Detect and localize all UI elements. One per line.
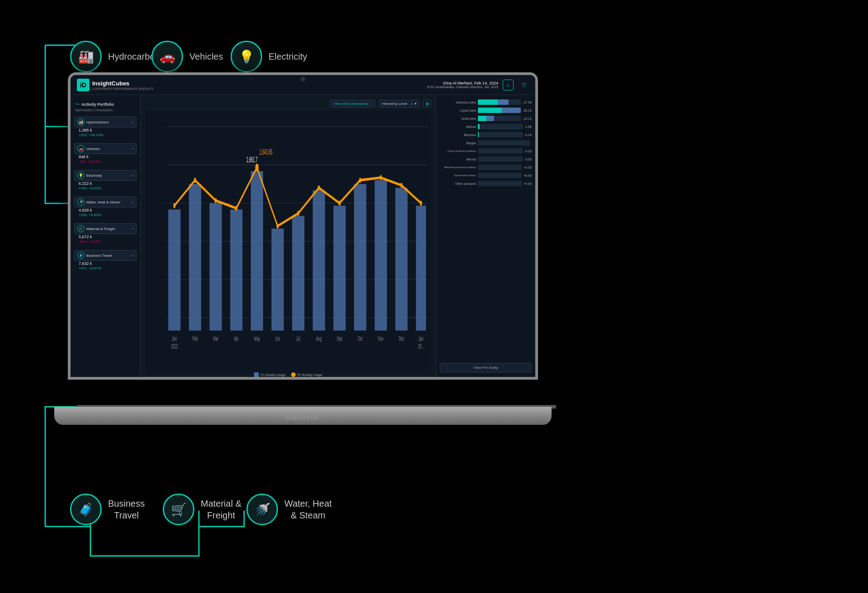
logo-name: InsightCubes xyxy=(92,80,129,87)
legend-py: PY Activity Usage xyxy=(291,372,322,377)
vehicles-btn[interactable]: 🚗 Vehicles › xyxy=(74,143,137,154)
sidebar-item-water[interactable]: 🚿 Water, Heat & Steam › 4,828 k +285, +5… xyxy=(71,194,140,221)
bar-row-fluorinated: Fluorinated ethers +0.00 xyxy=(440,173,532,178)
logo-area: iD InsightCubes CORPORATE PERFORMANCE IN… xyxy=(77,79,153,91)
svg-point-29 xyxy=(277,224,279,229)
laptop-screen: iD InsightCubes CORPORATE PERFORMANCE IN… xyxy=(68,72,538,380)
main-chart-area: View GHG Emissions › Hierarchy Level 3 ▾… xyxy=(141,95,436,377)
bar-row-liquid: Liquid fuels -38.23 xyxy=(440,108,532,113)
gaseous-value: -17.99 xyxy=(523,101,532,104)
biomass-value: -0.24 xyxy=(524,133,532,136)
svg-point-36 xyxy=(420,201,422,206)
legend-cy: CY Activity Usage xyxy=(254,372,286,377)
svg-text:Aug: Aug xyxy=(316,334,321,343)
laptop-base: MacBook xyxy=(54,407,552,425)
svg-text:20...: 20... xyxy=(418,342,424,350)
right-panel: Gaseous fuels -17.99 Liquid fuels xyxy=(436,95,535,377)
svg-point-30 xyxy=(297,211,299,216)
kyoto-label: Kyoto protocol products xyxy=(440,150,476,152)
water-value: 4,828 k xyxy=(74,207,137,213)
electricity-icon: 💡 xyxy=(231,41,262,72)
other-track xyxy=(478,181,522,186)
svg-rect-16 xyxy=(271,229,283,331)
svg-point-35 xyxy=(401,183,403,188)
water-heat-bubble: 🚿 Water, Heat& Steam xyxy=(246,494,332,525)
view-entity-button[interactable]: View Per Entity xyxy=(440,363,532,372)
bar-row-solid: Solid fuels -13.12 xyxy=(440,116,532,121)
filter-icon[interactable]: ▽ xyxy=(518,80,529,90)
svg-point-32 xyxy=(339,201,341,206)
sidebar-header: 〜 Activity Portfolio xyxy=(71,99,140,108)
svg-rect-23 xyxy=(416,206,426,330)
bar-row-blends: Blends -0.00 xyxy=(440,156,532,162)
svg-text:May: May xyxy=(254,334,260,343)
logo-subtitle: CORPORATE PERFORMANCE INSIGHTS xyxy=(92,87,153,90)
logo-text-area: InsightCubes CORPORATE PERFORMANCE INSIG… xyxy=(92,79,153,90)
electricity-change: +193, +9.21% xyxy=(74,186,137,192)
electricity-btn[interactable]: 💡 Electricity › xyxy=(74,170,137,181)
logo-icon: iD xyxy=(77,79,90,91)
bar-row-biomass: Biomass -0.24 xyxy=(440,132,532,137)
sidebar-subtitle: Hydrocarbon Consumption xyxy=(71,108,140,114)
business-travel-bubble: 🧳 BusinessTravel xyxy=(70,494,145,525)
sidebar-item-electricity[interactable]: 💡 Electricity › 6,222 k +193, +9.21% xyxy=(71,168,140,194)
gaseous-track xyxy=(478,99,521,105)
business-sidebar-icon: 🧳 xyxy=(77,252,85,259)
svg-text:Oct: Oct xyxy=(358,334,363,343)
biomass-track xyxy=(478,132,523,137)
svg-text:1,661.7: 1,661.7 xyxy=(246,155,258,164)
content-area: 〜 Activity Portfolio Hydrocarbon Consump… xyxy=(71,95,535,377)
svg-point-27 xyxy=(235,206,237,211)
home-button[interactable]: ⌂ xyxy=(503,80,514,90)
svg-point-24 xyxy=(173,203,175,208)
water-change: +285, +5.82% xyxy=(74,213,137,219)
kyoto-value: -0.00 xyxy=(524,150,532,153)
svg-text:2022: 2022 xyxy=(171,342,178,350)
svg-text:Nov: Nov xyxy=(378,334,383,343)
top-bar-right: Dina Al Merhani, Feb 14, 2024 ICSX Susta… xyxy=(427,80,529,90)
svg-rect-20 xyxy=(354,184,366,330)
hierarchy-select[interactable]: Hierarchy Level 3 ▾ xyxy=(379,100,420,108)
water-heat-icon: 🚿 xyxy=(246,494,278,525)
svg-rect-11 xyxy=(168,210,180,331)
grid-view-icon[interactable]: ⊞ xyxy=(423,99,431,108)
solid-track xyxy=(478,116,521,121)
dashboard: iD InsightCubes CORPORATE PERFORMANCE IN… xyxy=(71,75,535,377)
sidebar-item-material[interactable]: 🛒 Material & Freight › 5,672 k -84.5, -1… xyxy=(71,221,140,248)
view-ghg-button[interactable]: View GHG Emissions › xyxy=(330,100,375,108)
vehicles-label: Vehicles xyxy=(189,52,223,62)
material-sidebar-icon: 🛒 xyxy=(77,225,85,232)
hydrocarbons-btn[interactable]: 🏭 Hydrocarbons › xyxy=(74,117,137,127)
vehicles-change: -101, +13.6% xyxy=(74,160,137,165)
sidebar-item-business[interactable]: 🧳 Business Travel › 7,632 k +471, +6.57% xyxy=(71,248,140,274)
water-sidebar-icon: 🚿 xyxy=(77,198,85,206)
vehicles-value: 848 k xyxy=(74,154,137,160)
svg-rect-12 xyxy=(189,184,201,330)
svg-rect-18 xyxy=(313,190,325,330)
bar-row-montreal: Montreal protocol products +0.00 xyxy=(440,165,532,170)
sidebar-item-hydrocarbons[interactable]: 🏭 Hydrocarbons › 1,385 k +212, +18.13% xyxy=(71,114,140,141)
other-label: Other products xyxy=(440,182,476,185)
svg-rect-14 xyxy=(230,210,242,331)
svg-text:Mar: Mar xyxy=(213,334,218,343)
water-heat-label: Water, Heat& Steam xyxy=(284,498,332,521)
svg-text:1,643.85: 1,643.85 xyxy=(259,148,273,156)
svg-point-26 xyxy=(215,198,217,203)
bar-row-biogas: Biogas xyxy=(440,140,532,146)
kyoto-track xyxy=(478,148,523,154)
liquid-label: Liquid fuels xyxy=(440,109,476,112)
business-btn[interactable]: 🧳 Business Travel › xyxy=(74,250,137,261)
bar-row-kyoto: Kyoto protocol products -0.00 xyxy=(440,148,532,154)
electricity-sidebar-icon: 💡 xyxy=(77,172,85,179)
material-change: -84.5, -1.47% xyxy=(74,240,137,245)
svg-rect-22 xyxy=(395,188,407,331)
bar-row-biofuel: Biofuel -1.58 xyxy=(440,124,532,129)
biofuel-label: Biofuel xyxy=(440,125,476,128)
water-btn[interactable]: 🚿 Water, Heat & Steam › xyxy=(74,197,137,207)
sidebar-item-vehicles[interactable]: 🚗 Vehicles › 848 k -101, +13.6% xyxy=(71,141,140,168)
material-btn[interactable]: 🛒 Material & Freight › xyxy=(74,223,137,234)
svg-text:Dec: Dec xyxy=(399,334,404,343)
svg-text:Jul: Jul xyxy=(296,334,300,343)
legend-cy-icon xyxy=(254,372,259,377)
hydrocarbons-change: +212, +18.13% xyxy=(74,133,137,139)
